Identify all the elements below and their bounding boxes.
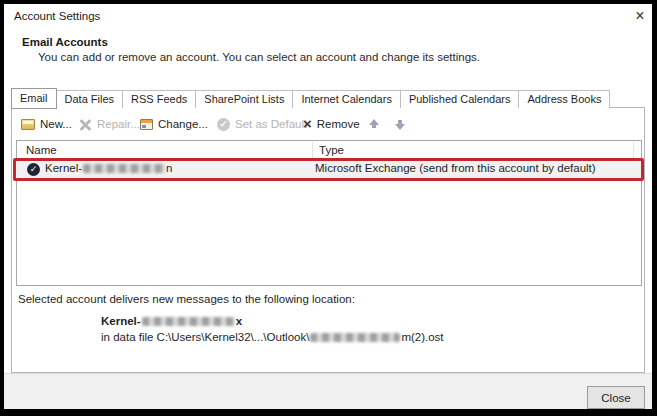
repair-tools-icon — [78, 118, 92, 131]
tab-internet-calendars[interactable]: Internet Calendars — [293, 90, 401, 108]
accounts-toolbar: New... Repair... Change... ✓ Set as Defa… — [12, 113, 644, 137]
new-button-label: New... — [40, 118, 72, 130]
red-annotation-box: ✓ Kernel-n Microsoft Exchange (send from… — [13, 158, 644, 181]
remove-button-label: Remove — [317, 118, 360, 130]
change-account-button[interactable]: Change... — [140, 113, 208, 135]
close-button[interactable]: Close — [587, 386, 645, 409]
account-name: Kernel-n — [45, 162, 172, 174]
repair-account-button[interactable]: Repair... — [78, 113, 140, 135]
column-separator — [633, 142, 634, 159]
tab-email[interactable]: Email — [11, 88, 57, 109]
redacted-mailbox-name — [142, 317, 235, 326]
set-default-button-label: Set as Default — [235, 118, 307, 130]
remove-account-button[interactable]: × Remove — [303, 113, 360, 135]
tab-strip: Email Data Files RSS Feeds SharePoint Li… — [11, 87, 610, 108]
redacted-account-name — [83, 164, 165, 173]
set-as-default-button[interactable]: ✓ Set as Default — [217, 113, 307, 135]
tab-data-files[interactable]: Data Files — [57, 90, 124, 108]
column-separator — [312, 142, 313, 159]
close-icon[interactable]: × — [628, 5, 652, 27]
new-account-button[interactable]: New... — [21, 113, 72, 135]
tab-sharepoint-lists[interactable]: SharePoint Lists — [196, 90, 293, 108]
new-mail-icon — [21, 119, 35, 130]
dialog-footer: Close — [4, 373, 652, 409]
change-button-label: Change... — [158, 118, 208, 130]
column-header-type[interactable]: Type — [319, 144, 344, 156]
delivery-mailbox: Kernel-x — [101, 315, 242, 327]
column-header-name[interactable]: Name — [26, 144, 57, 156]
account-type: Microsoft Exchange (send from this accou… — [315, 162, 596, 174]
tab-rss-feeds[interactable]: RSS Feeds — [123, 90, 196, 108]
change-settings-icon — [140, 119, 153, 130]
email-tab-panel: New... Repair... Change... ✓ Set as Defa… — [11, 107, 645, 373]
tab-published-calendars[interactable]: Published Calendars — [401, 90, 520, 108]
delivery-data-file-path: in data file C:\Users\Kernel32\...\Outlo… — [101, 331, 444, 343]
remove-x-icon: × — [303, 117, 312, 131]
default-check-icon: ✓ — [217, 118, 230, 131]
exchange-account-check-icon: ✓ — [27, 163, 40, 176]
move-down-icon[interactable] — [393, 117, 407, 131]
move-up-icon[interactable] — [367, 117, 381, 131]
account-settings-dialog: Account Settings × Email Accounts You ca… — [0, 0, 657, 416]
page-description: You can add or remove an account. You ca… — [38, 51, 480, 63]
tab-address-books[interactable]: Address Books — [519, 90, 610, 108]
page-title: Email Accounts — [22, 36, 108, 48]
delivery-location-label: Selected account delivers new messages t… — [18, 293, 355, 305]
window-title: Account Settings — [14, 10, 100, 22]
table-row[interactable]: ✓ Kernel-n Microsoft Exchange (send from… — [16, 161, 641, 178]
repair-button-label: Repair... — [97, 118, 140, 130]
redacted-file-name — [310, 333, 400, 342]
